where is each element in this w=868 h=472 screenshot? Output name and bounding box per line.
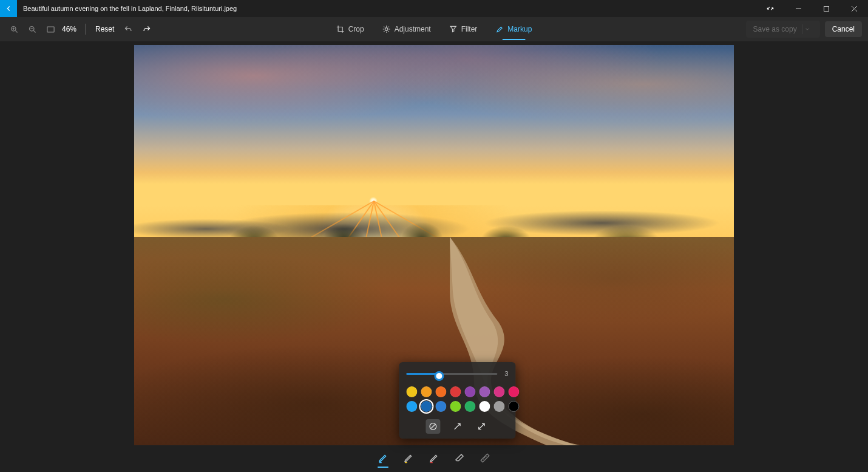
svg-rect-3 bbox=[47, 27, 53, 32]
crop-icon bbox=[336, 25, 345, 33]
markup-toolbar bbox=[371, 448, 497, 468]
toolbar: 46% Reset Crop Adjustment Filter bbox=[0, 17, 868, 41]
sun-icon bbox=[382, 25, 391, 33]
svg-point-4 bbox=[385, 28, 388, 31]
color-swatch[interactable] bbox=[435, 386, 446, 397]
color-swatch[interactable] bbox=[450, 386, 461, 397]
markup-options-panel: 3 bbox=[399, 362, 515, 439]
color-swatch[interactable] bbox=[493, 401, 504, 412]
canvas-area: 3 bbox=[0, 41, 868, 472]
color-swatch[interactable] bbox=[508, 401, 519, 412]
pen-size-value: 3 bbox=[502, 370, 508, 377]
tab-filter[interactable]: Filter bbox=[448, 17, 479, 41]
fullscreen-button[interactable] bbox=[758, 0, 783, 17]
zoom-level: 46% bbox=[62, 25, 76, 33]
color-swatch[interactable] bbox=[406, 401, 417, 412]
button-label: Save as copy bbox=[753, 25, 797, 33]
arrow-double-button[interactable] bbox=[474, 419, 489, 434]
arrow-single-button[interactable] bbox=[450, 419, 464, 434]
edit-tabs: Crop Adjustment Filter Markup bbox=[335, 17, 534, 41]
pen-tool-3[interactable] bbox=[426, 450, 442, 466]
maximize-button[interactable] bbox=[812, 0, 840, 17]
cancel-button[interactable]: Cancel bbox=[825, 21, 862, 37]
titlebar: Beautiful autumn evening on the fell in … bbox=[0, 0, 868, 17]
separator bbox=[85, 24, 86, 35]
color-swatch[interactable] bbox=[464, 386, 475, 397]
color-swatch[interactable] bbox=[479, 401, 490, 412]
tab-label: Markup bbox=[507, 25, 532, 33]
undo-button[interactable] bbox=[120, 21, 136, 37]
pen-icon bbox=[495, 25, 504, 33]
arrow-style-row bbox=[406, 419, 508, 434]
pen-size-slider[interactable] bbox=[406, 369, 497, 378]
color-swatch[interactable] bbox=[479, 386, 490, 397]
color-swatch[interactable] bbox=[508, 386, 519, 397]
reset-button[interactable]: Reset bbox=[92, 22, 118, 36]
filter-icon bbox=[449, 25, 458, 33]
arrow-none-button[interactable] bbox=[426, 419, 440, 434]
pen-size-row: 3 bbox=[406, 369, 508, 378]
eraser-tool[interactable] bbox=[452, 450, 467, 466]
tab-adjustment[interactable]: Adjustment bbox=[381, 17, 432, 41]
window-controls bbox=[758, 0, 868, 17]
color-swatch[interactable] bbox=[421, 386, 432, 397]
button-label: Cancel bbox=[832, 25, 855, 33]
svg-rect-0 bbox=[824, 6, 829, 11]
pen-tool-2[interactable] bbox=[401, 450, 416, 466]
tab-label: Adjustment bbox=[395, 25, 431, 33]
window-title: Beautiful autumn evening on the fell in … bbox=[23, 5, 237, 12]
zoom-in-button[interactable] bbox=[6, 21, 22, 37]
minimize-button[interactable] bbox=[784, 0, 812, 17]
app-root: Beautiful autumn evening on the fell in … bbox=[0, 0, 868, 472]
chevron-down-icon[interactable] bbox=[802, 24, 813, 34]
tab-label: Filter bbox=[461, 25, 478, 33]
color-swatch[interactable] bbox=[435, 401, 446, 412]
tab-markup[interactable]: Markup bbox=[494, 17, 533, 41]
color-swatch[interactable] bbox=[450, 401, 461, 412]
color-swatches bbox=[406, 386, 508, 412]
back-button[interactable] bbox=[0, 0, 17, 17]
color-swatch[interactable] bbox=[421, 401, 432, 412]
redo-button[interactable] bbox=[138, 21, 154, 37]
tab-crop[interactable]: Crop bbox=[335, 17, 365, 41]
close-button[interactable] bbox=[840, 0, 868, 17]
color-swatch[interactable] bbox=[493, 386, 504, 397]
save-as-copy-button[interactable]: Save as copy bbox=[746, 21, 820, 38]
tab-label: Crop bbox=[348, 25, 364, 33]
color-swatch[interactable] bbox=[406, 386, 417, 397]
pen-tool-1[interactable] bbox=[375, 450, 391, 466]
fit-button[interactable] bbox=[42, 21, 58, 37]
ruler-tool[interactable] bbox=[477, 450, 493, 466]
color-swatch[interactable] bbox=[464, 401, 475, 412]
zoom-out-button[interactable] bbox=[24, 21, 40, 37]
